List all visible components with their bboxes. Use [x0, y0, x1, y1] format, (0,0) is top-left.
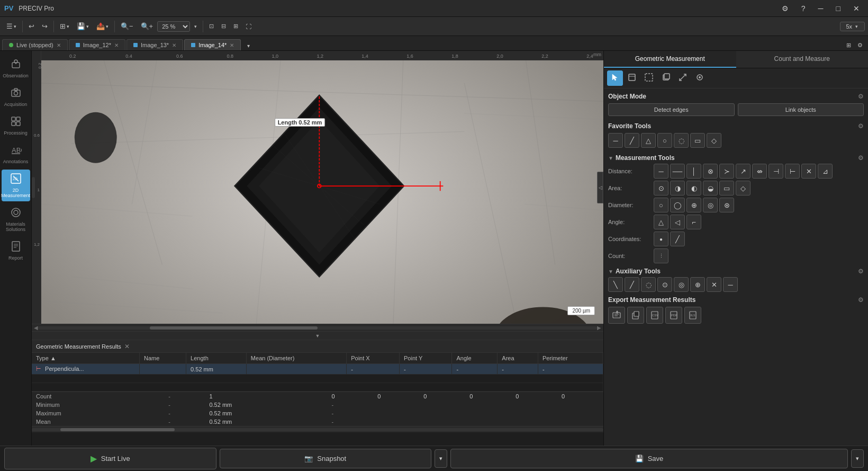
resize-tool-btn[interactable] [675, 70, 691, 86]
tab-image12-close[interactable]: ✕ [114, 42, 119, 48]
dist-tool-7[interactable]: ⇎ [752, 164, 767, 179]
col-point-y[interactable]: Point Y [400, 353, 452, 364]
dist-tool-5[interactable]: ≻ [719, 164, 734, 179]
snap-btn[interactable]: ⊞ ▾ [57, 21, 73, 32]
scroll-right-btn[interactable]: ▶ [597, 325, 601, 331]
col-angle[interactable]: Angle [452, 353, 498, 364]
tab-image12[interactable]: Image_12* ✕ [69, 39, 125, 50]
settings-btn[interactable]: ⚙ [777, 3, 793, 14]
angle-tool-3[interactable]: ⌐ [686, 215, 701, 229]
edit-tool-btn[interactable] [624, 70, 640, 86]
dist-tool-1[interactable]: ─ [654, 164, 668, 179]
nav-2dmeasurement[interactable]: 2D 2D Measurement [2, 170, 30, 201]
fav-tool-line[interactable]: ─ [608, 133, 623, 148]
settings-tool-btn[interactable] [692, 70, 708, 86]
fullscreen-btn[interactable]: ⛶ [242, 22, 255, 31]
tab-image13-close[interactable]: ✕ [172, 42, 176, 48]
snapshot-dropdown-btn[interactable]: ▾ [435, 449, 447, 468]
area-tool-2[interactable]: ◑ [670, 181, 685, 195]
start-live-btn[interactable]: ▶ Start Live [4, 448, 216, 469]
export-btn[interactable]: 📤 ▾ [93, 21, 112, 32]
panel-collapse-btn[interactable]: ◁ [597, 172, 603, 203]
dist-tool-11[interactable]: ⊿ [818, 164, 833, 179]
results-collapse-btn[interactable]: ▼ [32, 331, 603, 340]
aux-tool-6[interactable]: ⊕ [690, 277, 705, 292]
minimize-btn[interactable]: ─ [814, 3, 828, 14]
dist-tool-2[interactable]: ── [670, 164, 685, 179]
area-tool-3[interactable]: ◐ [686, 181, 701, 195]
detect-edges-btn[interactable]: Detect edges [608, 103, 735, 116]
tab-live[interactable]: Live (stopped) ✕ [2, 39, 68, 50]
area-tool-6[interactable]: ◇ [736, 181, 751, 195]
scroll-left-btn[interactable]: ◀ [34, 325, 38, 331]
col-mean-diameter[interactable]: Mean (Diameter) [246, 353, 346, 364]
auxiliary-tools-header[interactable]: ▼ Auxiliary Tools ⚙ [608, 268, 864, 275]
scroll-thumb[interactable] [150, 326, 318, 330]
coord-tool-2[interactable]: ╱ [670, 232, 685, 246]
tab-count-measure[interactable]: Count and Measure [736, 51, 869, 68]
fav-tool-arc-full[interactable]: ○ [657, 133, 672, 148]
zoom-select[interactable]: 10 % 25 % 50 % 100 % 200 % [157, 21, 190, 32]
export-tool-1[interactable] [608, 307, 625, 324]
nav-report[interactable]: Report [2, 237, 30, 264]
diam-tool-4[interactable]: ◎ [703, 198, 718, 212]
diam-tool-3[interactable]: ⊕ [686, 198, 701, 212]
area-tool-4[interactable]: ◒ [703, 181, 718, 195]
export-tool-2[interactable] [627, 307, 644, 324]
favorite-tools-gear-btn[interactable]: ⚙ [858, 122, 864, 130]
angle-tool-2[interactable]: ◁ [670, 215, 685, 229]
close-btn[interactable]: ✕ [849, 3, 864, 14]
zoom-in-btn[interactable]: 🔍+ [138, 21, 157, 32]
aux-tool-5[interactable]: ◎ [674, 277, 689, 292]
nav-acquisition[interactable]: Acquisition [2, 84, 30, 110]
fav-tool-diamond[interactable]: ◇ [707, 133, 721, 148]
copy-tool-btn[interactable] [658, 70, 674, 86]
aux-tool-3[interactable]: ◌ [641, 277, 656, 292]
object-mode-gear-btn[interactable]: ⚙ [858, 93, 864, 100]
export-tool-3[interactable]: CSV [646, 307, 663, 324]
tab-overflow-btn[interactable]: ▾ [244, 41, 253, 50]
col-type[interactable]: Type ▲ [32, 353, 139, 364]
save-dropdown-btn[interactable]: ▾ [851, 449, 864, 468]
dist-tool-4[interactable]: ⊗ [703, 164, 718, 179]
results-close-btn[interactable]: ✕ [124, 343, 130, 350]
results-h-scroll[interactable] [32, 426, 603, 432]
snapshot-btn[interactable]: 📷 Snapshot [220, 449, 432, 468]
aux-tool-8[interactable]: ─ [723, 277, 738, 292]
select-tool-btn[interactable] [607, 70, 623, 86]
fav-tool-rect[interactable]: ▭ [690, 133, 705, 148]
col-name[interactable]: Name [139, 353, 186, 364]
save-file-btn[interactable]: 💾 Save [450, 449, 848, 468]
dist-tool-9[interactable]: ⊢ [785, 164, 800, 179]
tab-live-close[interactable]: ✕ [57, 42, 61, 48]
area-tool-5[interactable]: ▭ [719, 181, 734, 195]
count-tool-1[interactable]: ⋮ [654, 248, 668, 263]
tab-settings-btn[interactable]: ⚙ [854, 40, 866, 50]
tab-image14[interactable]: Image_14* ✕ [184, 39, 241, 50]
nav-processing[interactable]: Processing [2, 112, 30, 139]
image-canvas[interactable]: Length 0.52 mm 200 µm [41, 60, 603, 324]
measurement-tools-gear-btn[interactable]: ⚙ [858, 154, 864, 162]
fav-tool-diagonal[interactable]: ╱ [625, 133, 639, 148]
nav-materials[interactable]: Materials Solutions [2, 203, 30, 235]
collapse-right-icon[interactable]: ◁ [597, 172, 603, 203]
zoom-out-btn[interactable]: 🔍− [117, 21, 137, 32]
area-tool-1[interactable]: ⊙ [654, 181, 668, 195]
col-length[interactable]: Length [186, 353, 247, 364]
image-area[interactable]: mm 0.2 0.4 0.6 0.8 1,0 1,2 1,4 1,6 1,8 2… [32, 51, 603, 324]
dist-tool-6[interactable]: ↗ [736, 164, 751, 179]
fav-tool-triangle[interactable]: △ [641, 133, 656, 148]
redo-btn[interactable]: ↪ [39, 21, 51, 32]
undo-btn[interactable]: ↩ [25, 21, 38, 32]
export-tool-4[interactable]: PDF [665, 307, 682, 324]
col-perimeter[interactable]: Perimeter [538, 353, 603, 364]
diam-tool-5[interactable]: ⊛ [719, 198, 734, 212]
coord-tool-1[interactable]: ● [654, 232, 668, 246]
tab-layout-btn[interactable]: ⊞ [843, 40, 854, 50]
mag-dropdown-btn[interactable]: ▾ [854, 24, 859, 29]
tab-geometric-measurement[interactable]: Geometric Measurement [604, 51, 736, 68]
help-btn[interactable]: ? [797, 3, 810, 14]
dist-tool-8[interactable]: ⊣ [768, 164, 783, 179]
export-results-gear-btn[interactable]: ⚙ [858, 296, 864, 304]
diam-tool-2[interactable]: ◯ [670, 198, 685, 212]
